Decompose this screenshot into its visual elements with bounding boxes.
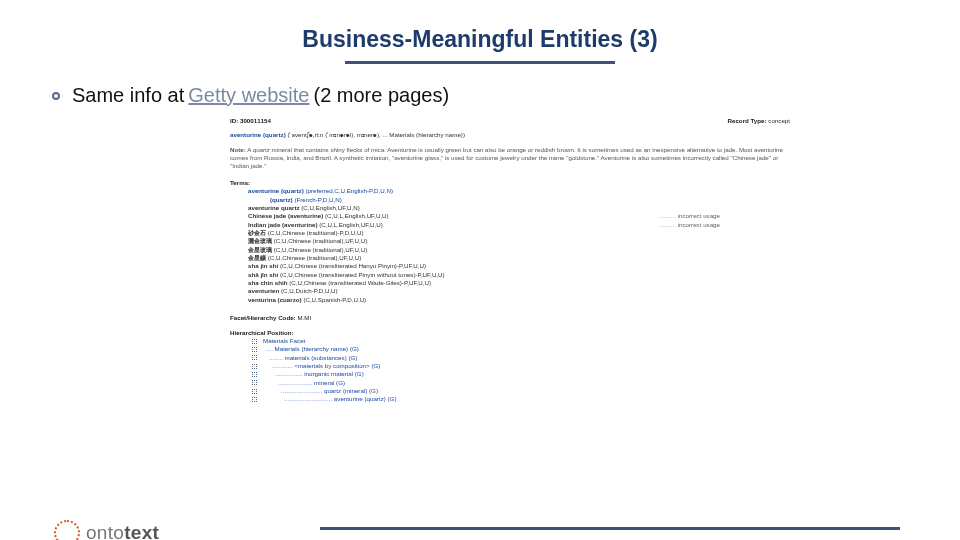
lead-term: aventurine (quartz) [230,131,286,138]
hierarchy-box-icon [252,364,257,369]
term-row: 灑金玻璃 (C,U,Chinese (traditional),UF,U,U) [248,237,790,245]
hierarchy-box-icon [252,380,257,385]
hierarchy-label: .................... mineral (G) [278,379,345,387]
term-row: shā jīn shí (C,U,Chinese (transliterated… [248,271,790,279]
id-value: 300011154 [240,117,271,124]
facet-value: M.MI [297,314,311,321]
hierarchy-label: .... Materials (hierarchy name) (G) [266,345,359,353]
hierarchy-box-icon [252,389,257,394]
hierarchy-box-icon [252,347,257,352]
hierarchy-label: ........ materials (substances) (G) [269,354,357,362]
hierarchy-label: ............ <materials by composition> … [272,362,380,370]
hierarchy-row: ................ inorganic material (G) [252,370,790,378]
hierarchy-label: ........................ quartz (mineral… [281,387,378,395]
hierarchy-row: ........ materials (substances) (G) [252,354,790,362]
note-label: Note: [230,146,246,153]
hierarchy-label: ................ inorganic material (G) [275,370,364,378]
embedded-screenshot: ID: 300011154 Record Type: concept avent… [230,117,790,404]
hierarchy-box-icon [252,355,257,360]
bullet-icon [52,92,60,100]
term-row: 金星鑛 (C,U,Chinese (traditional),UF,U,U) [248,254,790,262]
record-type-value: concept [768,117,790,124]
hierarchy-row: ........................ quartz (mineral… [252,387,790,395]
hierarchy-label: Hierarchical Position: [230,329,790,337]
id-label: ID: [230,117,238,124]
hierarchy-label: Materials Facet [263,337,305,345]
term-row: (quartz) (French-P,D,U,N) [270,196,790,204]
hierarchy-row: .... Materials (hierarchy name) (G) [252,345,790,353]
note-text: A quartz mineral that contains shiny fle… [230,146,783,170]
lead-reading: (ˈaventʃəˌriːn (ˈmɪnərəl), mɪnerə), ... … [287,131,465,138]
bullet-line: Same info at Getty website (2 more pages… [52,84,960,107]
hierarchy-row: .................... mineral (G) [252,379,790,387]
term-row: 砂金石 (C,U,Chinese (traditional)-P,D,U,U) [248,229,790,237]
hierarchy-box-icon [252,372,257,377]
record-type-label: Record Type: [728,117,767,124]
term-row: sha chin shih (C,U,Chinese (transliterat… [248,279,790,287]
term-row: aventurine quartz (C,U,English,UF,U,N) [248,204,790,212]
term-row: aventurien (C,U,Dutch-P,D,U,U) [248,287,790,295]
term-row: sha jin shi (C,U,Chinese (transliterated… [248,262,790,270]
bullet-prefix: Same info at [72,84,184,107]
logo-mark-icon [54,520,80,540]
getty-link[interactable]: Getty website [188,84,309,107]
term-row: venturina (cuarzo) (C,U,Spanish-P,D,U,U) [248,296,790,304]
hierarchy-row: Materials Facet [252,337,790,345]
slide-title: Business-Meaningful Entities (3) [0,26,960,53]
hierarchy-box-icon [252,339,257,344]
footer-rule [320,527,900,530]
terms-label: Terms: [230,179,790,187]
term-row: 金星玻璃 (C,U,Chinese (traditional),UF,U,U) [248,246,790,254]
hierarchy-row: ............ <materials by composition> … [252,362,790,370]
term-row: aventurine (quartz) (preferred,C,U,Engli… [248,187,790,195]
logo-left: onto [86,522,124,540]
term-row: .......... incorrect usageChinese jade (… [248,212,790,220]
logo-right: text [124,522,159,540]
ontotext-logo: ontotext [54,520,159,540]
hierarchy-label: ............................ aventurine … [284,395,396,403]
term-row: .......... incorrect usageIndian jade (a… [248,221,790,229]
title-rule [345,61,615,64]
hierarchy-box-icon [252,397,257,402]
bullet-suffix: (2 more pages) [313,84,449,107]
hierarchy-row: ............................ aventurine … [252,395,790,403]
facet-label: Facet/Hierarchy Code: [230,314,296,321]
